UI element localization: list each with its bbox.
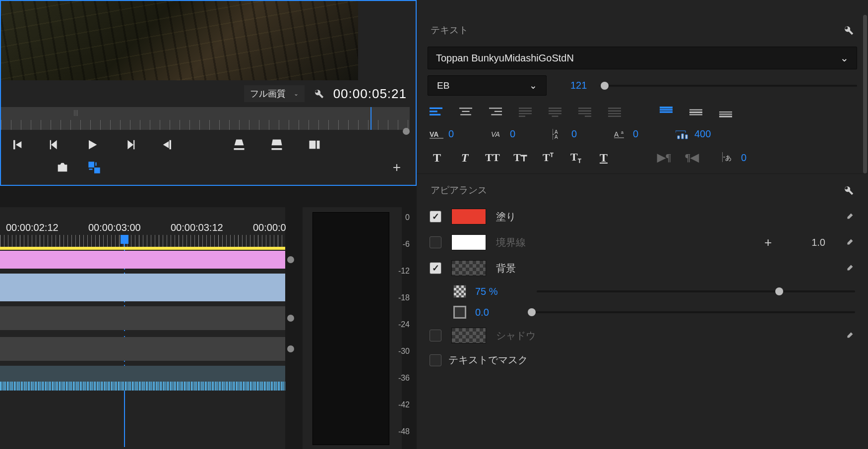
timeline-playhead[interactable] (121, 235, 128, 244)
audio-meter-panel (303, 207, 402, 449)
mark-in-icon[interactable] (10, 138, 24, 152)
quality-label: フル画質 (250, 88, 286, 100)
svg-rect-0 (89, 163, 94, 167)
step-forward-icon[interactable] (123, 138, 137, 152)
opacity-value[interactable]: 75 % (475, 286, 498, 297)
all-caps-button[interactable]: TT (485, 151, 500, 164)
fill-color-swatch[interactable] (451, 209, 486, 224)
quality-dropdown[interactable]: フル画質 ⌄ (244, 85, 305, 102)
program-monitor-panel: フル画質 ⌄ 00:00:05:21 ||| + (0, 0, 417, 186)
wrench-icon[interactable] (313, 88, 324, 99)
fill-checkbox[interactable] (430, 211, 441, 223)
baseline-shift-field[interactable]: Aa0 (614, 128, 666, 140)
playhead-icon[interactable] (371, 107, 372, 130)
stroke-width-value[interactable]: 1.0 (811, 237, 825, 248)
time-label: 00:00:0 (253, 222, 286, 233)
size-value[interactable]: 0.0 (475, 307, 489, 318)
insert-icon[interactable] (232, 138, 246, 152)
tracking-field[interactable]: VA0 (430, 128, 481, 140)
eyedropper-icon[interactable] (844, 330, 855, 341)
eyedropper-icon[interactable] (844, 211, 855, 222)
stroke-color-swatch[interactable] (451, 234, 486, 250)
program-timecode[interactable]: 00:00:05:21 (333, 86, 407, 102)
chevron-down-icon: ⌄ (840, 52, 849, 64)
add-stroke-icon[interactable]: + (764, 235, 772, 250)
audio-track-2[interactable] (0, 366, 285, 391)
text-middle-icon[interactable] (689, 107, 702, 117)
timeline-ruler[interactable]: 00:00:02:12 00:00:03:00 00:00:03:12 00:0… (0, 207, 285, 247)
overwrite-icon[interactable] (270, 138, 284, 152)
shadow-checkbox[interactable] (430, 330, 441, 341)
rtl-button[interactable]: ¶◀ (684, 151, 699, 164)
stroke-checkbox[interactable] (430, 236, 441, 248)
justify-last-left-icon[interactable] (519, 107, 532, 117)
shadow-label: シャドウ (496, 329, 834, 342)
font-size-value[interactable]: 121 (570, 80, 587, 91)
size-slider[interactable] (528, 311, 855, 313)
add-button-icon[interactable]: + (393, 160, 401, 175)
scrollbar[interactable] (863, 15, 867, 173)
ltr-button[interactable]: ▶¶ (657, 151, 672, 164)
text-bottom-icon[interactable] (719, 107, 732, 117)
opacity-slider[interactable] (537, 290, 855, 292)
eyedropper-icon[interactable] (844, 263, 855, 274)
wrench-icon[interactable] (843, 185, 854, 196)
align-center-icon[interactable] (459, 107, 472, 117)
audio-meter[interactable] (312, 212, 389, 445)
clip-handle[interactable] (287, 315, 294, 322)
eyedropper-icon[interactable] (844, 237, 855, 248)
subscript-button[interactable]: TT (568, 151, 583, 165)
background-checkbox[interactable] (430, 262, 441, 274)
align-left-icon[interactable] (430, 107, 442, 117)
kerning-field[interactable]: VA0 (491, 128, 543, 140)
svg-text:A: A (555, 134, 558, 140)
indent-field[interactable]: あ0 (722, 152, 767, 164)
font-size-slider[interactable] (600, 85, 857, 87)
font-family-dropdown[interactable]: Toppan BunkyuMidashiGoStdN ⌄ (428, 47, 857, 69)
tsume-field[interactable]: 400 (676, 128, 735, 140)
wrench-icon[interactable] (843, 25, 854, 36)
step-back-icon[interactable] (48, 138, 62, 152)
text-mask-label: テキストでマスク (448, 353, 855, 367)
font-style-dropdown[interactable]: EB ⌄ (428, 75, 547, 96)
shadow-color-swatch[interactable] (451, 328, 486, 343)
underline-button[interactable]: T (596, 151, 611, 165)
leading-field[interactable]: AA0 (553, 128, 604, 140)
video-track-3[interactable] (0, 251, 285, 269)
small-caps-button[interactable]: Tᴛ (513, 151, 528, 164)
clip-handle[interactable] (287, 256, 294, 263)
justify-last-center-icon[interactable] (549, 107, 561, 117)
slider-thumb[interactable] (601, 82, 609, 90)
fill-label: 塗り (496, 210, 834, 224)
stroke-label: 境界線 (496, 236, 754, 249)
out-point-marker[interactable] (403, 128, 410, 135)
video-track-2[interactable] (0, 274, 285, 301)
slider-thumb[interactable] (528, 308, 536, 316)
video-track-1[interactable] (0, 306, 285, 330)
align-right-icon[interactable] (489, 107, 502, 117)
clip-handle[interactable] (287, 345, 294, 352)
bold-button[interactable]: T (430, 151, 444, 165)
background-color-swatch[interactable] (451, 260, 486, 276)
text-mask-checkbox[interactable] (430, 354, 441, 366)
svg-text:a: a (621, 130, 623, 135)
justify-last-right-icon[interactable] (578, 107, 591, 117)
appearance-section-title: アピアランス (431, 184, 487, 197)
essential-graphics-panel: テキスト Toppan BunkyuMidashiGoStdN ⌄ EB ⌄ 1… (417, 0, 868, 449)
export-frame-icon[interactable] (308, 138, 321, 152)
slider-thumb[interactable] (775, 287, 783, 295)
track-marker[interactable] (0, 247, 285, 250)
mark-out-icon[interactable] (161, 138, 175, 152)
ruler-ticks (0, 235, 285, 247)
play-icon[interactable] (85, 138, 99, 152)
video-preview (1, 1, 358, 80)
comparison-view-icon[interactable] (87, 161, 101, 174)
monitor-scrubber[interactable]: ||| (1, 107, 410, 130)
audio-track-1[interactable] (0, 337, 285, 361)
text-top-icon[interactable] (660, 107, 673, 117)
justify-all-icon[interactable] (608, 107, 621, 117)
camera-icon[interactable] (56, 161, 69, 174)
superscript-button[interactable]: TT (541, 151, 556, 164)
italic-button[interactable]: T (457, 151, 472, 165)
time-label: 00:00:03:00 (88, 222, 141, 233)
